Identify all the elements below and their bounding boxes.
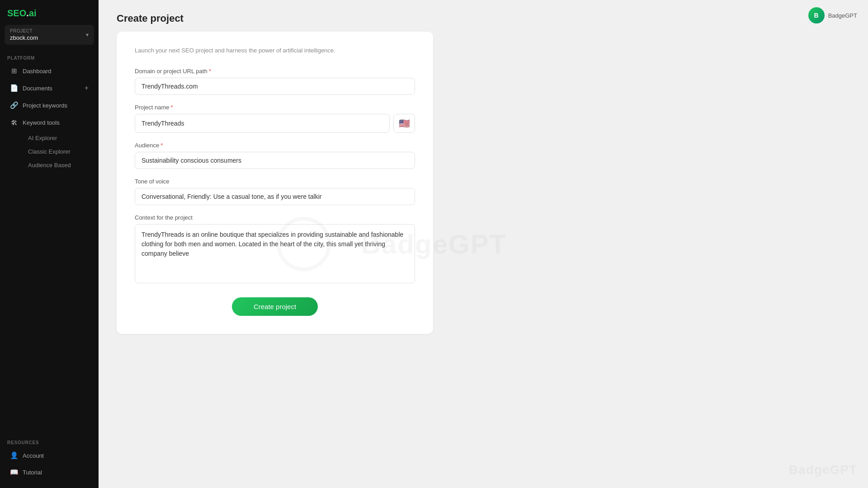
sidebar-item-label: Dashboard bbox=[23, 68, 52, 75]
keyword-tools-icon: 🛠 bbox=[10, 118, 18, 127]
resources-section-label: RESOURCES bbox=[0, 436, 99, 447]
sidebar-item-dashboard[interactable]: ⊞ Dashboard bbox=[3, 63, 96, 79]
domain-label: Domain or project URL path * bbox=[135, 68, 415, 75]
project-label: PROJECT bbox=[10, 28, 38, 33]
logo: SEO.ai bbox=[0, 0, 99, 25]
main-content: Create project Launch your next SEO proj… bbox=[99, 0, 868, 488]
tone-input[interactable] bbox=[135, 188, 415, 205]
sidebar-item-keyword-tools[interactable]: 🛠 Keyword tools bbox=[3, 114, 96, 131]
tutorial-icon: 📖 bbox=[10, 468, 18, 476]
project-name: zbock.com bbox=[10, 34, 38, 41]
project-keywords-icon: 🔗 bbox=[10, 101, 18, 109]
project-name-field-group: Project name * 🇺🇸 bbox=[135, 104, 415, 133]
logo-ai: ai bbox=[29, 8, 37, 18]
context-field-group: Context for the project bbox=[135, 214, 415, 285]
avatar[interactable]: B bbox=[808, 7, 825, 23]
sidebar-item-label: Tutorial bbox=[23, 469, 42, 476]
sidebar-item-project-keywords[interactable]: 🔗 Project keywords bbox=[3, 97, 96, 113]
sidebar-item-documents[interactable]: 📄 Documents + bbox=[3, 80, 96, 96]
sidebar-item-label: Account bbox=[23, 452, 44, 459]
sidebar-item-label: Keyword tools bbox=[23, 119, 60, 126]
documents-icon: 📄 bbox=[10, 84, 18, 92]
domain-input[interactable] bbox=[135, 78, 415, 95]
required-indicator: * bbox=[171, 104, 173, 111]
logo-text: SEO.ai bbox=[7, 8, 37, 19]
project-name-label: Project name * bbox=[135, 104, 415, 111]
context-textarea[interactable] bbox=[135, 224, 415, 283]
audience-field-group: Audience * bbox=[135, 142, 415, 169]
platform-section-label: PLATFORM bbox=[0, 52, 99, 62]
page-title: Create project bbox=[117, 13, 850, 24]
language-flag-button[interactable]: 🇺🇸 bbox=[393, 114, 415, 133]
flag-emoji: 🇺🇸 bbox=[399, 118, 410, 129]
domain-field-group: Domain or project URL path * bbox=[135, 68, 415, 95]
account-icon: 👤 bbox=[10, 451, 18, 460]
sidebar: SEO.ai PROJECT zbock.com ▾ PLATFORM ⊞ Da… bbox=[0, 0, 99, 488]
form-subtitle: Launch your next SEO project and harness… bbox=[135, 46, 415, 55]
create-project-form: Launch your next SEO project and harness… bbox=[117, 32, 433, 334]
dashboard-icon: ⊞ bbox=[10, 67, 18, 75]
sidebar-item-label: Project keywords bbox=[23, 102, 67, 109]
sidebar-item-classic-explorer[interactable]: Classic Explorer bbox=[23, 145, 96, 158]
resources-section: RESOURCES 👤 Account 📖 Tutorial bbox=[0, 436, 99, 488]
required-indicator: * bbox=[209, 68, 211, 75]
page-header: Create project bbox=[99, 0, 868, 32]
sidebar-item-ai-explorer[interactable]: AI Explorer bbox=[23, 131, 96, 145]
logo-seo: SEO bbox=[7, 8, 26, 18]
audience-input[interactable] bbox=[135, 152, 415, 169]
chevron-down-icon: ▾ bbox=[86, 32, 89, 38]
tone-label: Tone of voice bbox=[135, 178, 415, 185]
create-project-button[interactable]: Create project bbox=[232, 297, 318, 316]
audience-label: Audience * bbox=[135, 142, 415, 149]
sidebar-item-tutorial[interactable]: 📖 Tutorial bbox=[3, 464, 96, 480]
context-label: Context for the project bbox=[135, 214, 415, 221]
add-document-icon[interactable]: + bbox=[85, 84, 89, 92]
project-name-input[interactable] bbox=[135, 114, 390, 133]
required-indicator: * bbox=[160, 142, 163, 149]
sidebar-item-label: Documents bbox=[23, 85, 52, 92]
sidebar-item-account[interactable]: 👤 Account bbox=[3, 447, 96, 464]
project-selector[interactable]: PROJECT zbock.com ▾ bbox=[5, 25, 94, 45]
top-right-user-area: B BadgeGPT bbox=[808, 7, 857, 23]
keyword-tools-subitems: AI Explorer Classic Explorer Audience Ba… bbox=[20, 131, 99, 172]
sidebar-item-audience-based[interactable]: Audience Based bbox=[23, 159, 96, 172]
tone-field-group: Tone of voice bbox=[135, 178, 415, 205]
watermark-label: BadgeGPT bbox=[828, 12, 857, 19]
